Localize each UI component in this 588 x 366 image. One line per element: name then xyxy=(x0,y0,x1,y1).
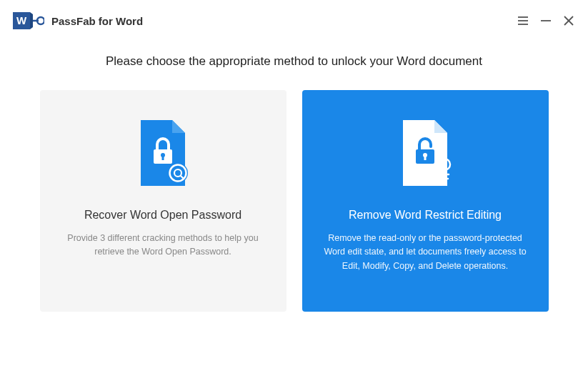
svg-text:W: W xyxy=(16,14,27,26)
window-controls xyxy=(517,14,575,27)
app-window: W PassFab for Word xyxy=(0,0,588,366)
remove-restrict-icon xyxy=(393,117,457,189)
titlebar-left: W PassFab for Word xyxy=(13,11,143,31)
svg-rect-13 xyxy=(162,156,164,160)
card-remove-title: Remove Word Restrict Editing xyxy=(349,209,502,222)
app-logo-icon: W xyxy=(13,11,44,31)
svg-rect-20 xyxy=(424,156,427,160)
card-recover-password[interactable]: Recover Word Open Password Provide 3 dif… xyxy=(40,90,286,312)
card-recover-title: Recover Word Open Password xyxy=(84,209,241,222)
menu-icon[interactable] xyxy=(517,14,529,27)
card-remove-restrict[interactable]: Remove Word Restrict Editing Remove the … xyxy=(302,90,549,312)
card-recover-desc: Provide 3 different cracking methods to … xyxy=(59,232,268,259)
app-title: PassFab for Word xyxy=(51,15,143,27)
svg-marker-1 xyxy=(30,12,33,29)
svg-point-14 xyxy=(168,163,188,183)
minimize-icon[interactable] xyxy=(539,14,552,27)
svg-point-22 xyxy=(443,163,447,167)
close-icon[interactable] xyxy=(562,14,575,27)
titlebar: W PassFab for Word xyxy=(0,0,588,40)
page-heading: Please choose the appropriate method to … xyxy=(0,54,588,69)
card-remove-desc: Remove the read-only or the password-pro… xyxy=(321,232,530,273)
cards-container: Recover Word Open Password Provide 3 dif… xyxy=(0,90,588,312)
recover-password-icon xyxy=(131,117,195,189)
